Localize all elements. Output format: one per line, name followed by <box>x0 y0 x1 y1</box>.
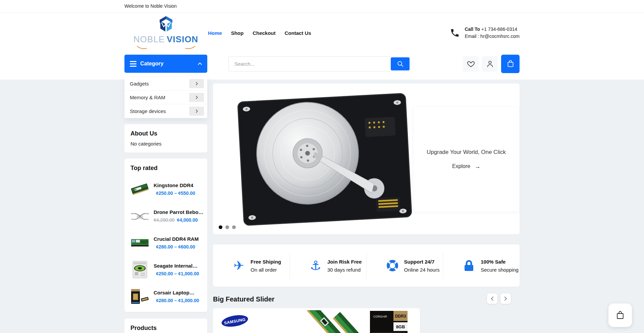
product-thumbnail-ram-icon <box>130 233 149 252</box>
product-thumbnail-hdd-icon <box>130 260 149 279</box>
floating-cart-button[interactable] <box>608 303 632 327</box>
brand-logo[interactable]: NOBLEVISION <box>124 15 207 51</box>
product-thumbnail-ram-icon <box>130 180 149 199</box>
hero-headline: Upgrade Your World, One Click <box>427 149 506 156</box>
search-input[interactable] <box>228 56 411 71</box>
hero-promo-card: Upgrade Your World, One Click Explore → <box>414 107 519 211</box>
chevron-right-icon[interactable] <box>189 79 204 88</box>
corsair-package-image: DDR3 8GB CORSAIR <box>370 311 408 333</box>
samsung-logo: SAMSUNG <box>220 312 249 330</box>
product-thumbnail-corsair-icon <box>130 287 149 306</box>
category-dropdown: Gadgets Memory & RAM Storage devices <box>124 77 207 118</box>
top-rated-card: Top rated Kingstone DDR4 ¢250.00 – ¢550.… <box>124 159 207 312</box>
hamburger-icon <box>130 61 137 67</box>
list-item[interactable]: Corsair Laptop… ¢280.00 – ¢1,000.00 <box>130 287 201 306</box>
svg-text:8GB: 8GB <box>396 324 405 329</box>
welcome-text: Welcome to Noble Vision <box>124 3 177 9</box>
chevron-right-icon[interactable] <box>189 107 204 116</box>
shopping-bag-icon <box>506 59 515 68</box>
hdd-hero-image <box>222 90 430 228</box>
feature-free-shipping: ✈ Free Shiping On all order <box>213 253 289 279</box>
chevron-right-icon <box>504 296 507 301</box>
phone-line: Call To +1 734-686-0314 <box>465 26 520 33</box>
phone-icon <box>450 28 460 38</box>
features-bar: ✈ Free Shiping On all order ⚓ Join Risk … <box>213 244 520 287</box>
list-item[interactable]: Kingstone DDR4 ¢250.00 – ¢550.00 <box>130 180 201 199</box>
search-form <box>228 56 411 71</box>
slider-dot-3[interactable] <box>232 225 236 229</box>
brand-logo-icon <box>157 15 175 33</box>
top-rated-title: Top rated <box>130 165 201 172</box>
featured-slider-arrows <box>487 293 511 304</box>
explore-button[interactable]: Explore → <box>452 163 480 170</box>
next-slide-button[interactable] <box>500 293 511 304</box>
slider-dots <box>219 225 236 229</box>
feature-risk-free: ⚓ Join Risk Free 30 days refund <box>289 253 366 279</box>
svg-text:DDR3: DDR3 <box>395 314 406 319</box>
nav-contact-us[interactable]: Contact Us <box>285 30 311 36</box>
category-button[interactable]: Category <box>124 55 207 73</box>
main-content: Upgrade Your World, One Click Explore → … <box>213 84 520 333</box>
about-us-card: About Us No categories <box>124 124 207 153</box>
email-line: Email : hr@cocmhsrc.com <box>465 33 520 40</box>
about-us-empty: No categories <box>130 141 201 147</box>
category-item-gadgets[interactable]: Gadgets <box>124 77 207 91</box>
product-thumbnail-drone-icon <box>130 207 149 225</box>
products-title: Products <box>130 325 201 332</box>
category-menu: Category Gadgets Memory & RAM <box>124 55 207 73</box>
heart-icon <box>467 60 475 67</box>
hero-slider: Upgrade Your World, One Click Explore → <box>213 84 520 234</box>
featured-products-strip[interactable]: SAMSUNG DDR3 <box>213 308 420 333</box>
cart-button[interactable] <box>501 55 520 73</box>
lifebuoy-icon <box>386 259 399 272</box>
plane-icon: ✈ <box>233 259 244 272</box>
feature-support: Support 24/7 Online 24 hours <box>366 253 443 279</box>
prev-slide-button[interactable] <box>487 293 497 304</box>
sidebar: About Us No categories Top rated Kingsto… <box>124 84 207 333</box>
topbar: Welcome to Noble Vision <box>0 0 644 12</box>
nav-shop[interactable]: Shop <box>231 30 244 36</box>
header: NOBLEVISION Home Shop Checkout Contact U… <box>0 12 644 79</box>
main-nav: Home Shop Checkout Contact Us <box>208 30 311 36</box>
chevron-left-icon <box>491 296 494 301</box>
feature-safe: 100% Safe Secure shopping <box>443 253 520 279</box>
chevron-up-icon <box>198 62 202 65</box>
arrow-right-icon: → <box>474 163 480 170</box>
category-item-memory-ram[interactable]: Memory & RAM <box>124 91 207 104</box>
lock-icon <box>462 259 476 272</box>
header-contact: Call To +1 734-686-0314 Email : hr@cocmh… <box>450 26 520 40</box>
slider-dot-1[interactable] <box>219 225 222 229</box>
anchor-icon: ⚓ <box>310 259 321 272</box>
featured-slider-header: Big Featured Slider <box>213 293 520 305</box>
shopping-bag-icon <box>615 310 625 320</box>
list-item[interactable]: Drone Parrot Bebo… ¢4,200.00¢4,000.00 <box>130 207 201 225</box>
list-item[interactable]: Seagate Internal… ¢250.00 – ¢1,000.00 <box>130 260 201 279</box>
ram-modules-image <box>307 310 367 333</box>
nav-home[interactable]: Home <box>208 30 222 36</box>
svg-text:CORSAIR: CORSAIR <box>373 315 387 318</box>
slider-dot-2[interactable] <box>225 225 229 229</box>
chevron-right-icon[interactable] <box>189 93 204 102</box>
list-item[interactable]: Crucial DDR4 RAM ¢280.00 – ¢600.00 <box>130 233 201 252</box>
about-us-title: About Us <box>130 130 201 137</box>
category-item-storage-devices[interactable]: Storage devices <box>124 104 207 118</box>
search-icon <box>397 60 404 67</box>
products-card: Products <box>124 319 207 333</box>
header-actions <box>463 55 520 73</box>
featured-slider-title: Big Featured Slider <box>213 295 274 303</box>
wishlist-button[interactable] <box>463 56 479 72</box>
logo-flourish-icon <box>136 45 196 51</box>
brand-name: NOBLEVISION <box>133 34 198 45</box>
search-button[interactable] <box>391 57 410 70</box>
user-icon <box>486 60 494 68</box>
nav-checkout[interactable]: Checkout <box>253 30 275 36</box>
account-button[interactable] <box>482 56 498 72</box>
